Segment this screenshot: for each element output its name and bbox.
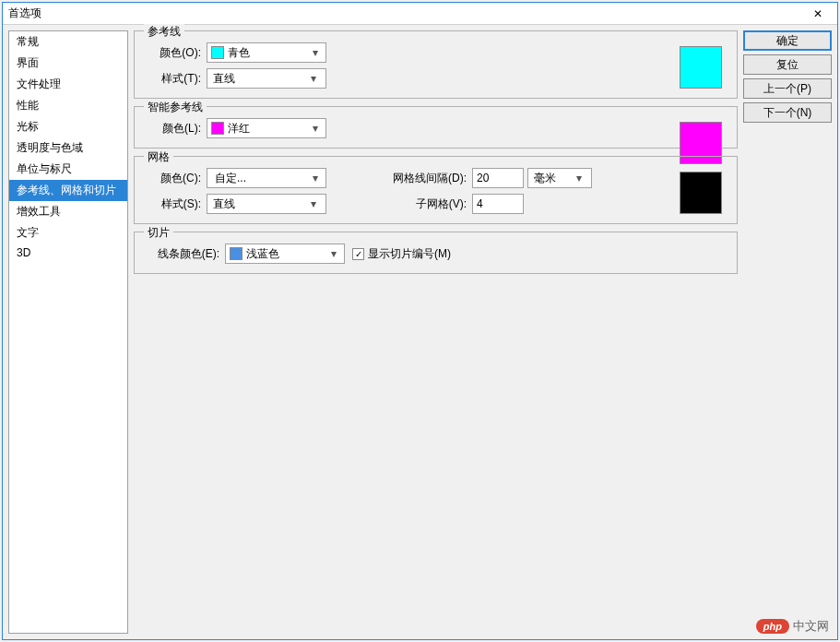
sidebar-item-cursor[interactable]: 光标 [9, 116, 127, 137]
prev-button[interactable]: 上一个(P) [743, 78, 832, 99]
smart-guides-color-value: 洋红 [228, 121, 309, 137]
smart-guides-color-label: 颜色(L): [144, 121, 207, 137]
grid-spacing-unit-select[interactable]: 毫米 ▾ [527, 168, 592, 188]
sidebar-item-performance[interactable]: 性能 [9, 95, 127, 116]
window-title: 首选项 [8, 6, 804, 21]
watermark-badge: php [756, 619, 789, 634]
ok-button[interactable]: 确定 [743, 30, 832, 51]
guides-style-select[interactable]: 直线 ▾ [207, 68, 326, 89]
slices-line-color-value: 浅蓝色 [246, 246, 327, 262]
sidebar-item-transparency[interactable]: 透明度与色域 [9, 137, 127, 159]
slices-legend: 切片 [144, 225, 173, 241]
guides-style-label: 样式(T): [144, 71, 207, 87]
slices-line-color-select[interactable]: 浅蓝色 ▾ [225, 244, 345, 264]
grid-style-select[interactable]: 直线 ▾ [207, 194, 326, 214]
chevron-down-icon: ▾ [309, 122, 322, 135]
grid-legend: 网格 [144, 149, 173, 165]
checkbox-icon: ✓ [352, 248, 364, 260]
next-button[interactable]: 下一个(N) [743, 102, 832, 123]
chevron-down-icon: ▾ [307, 72, 320, 85]
grid-style-label: 样式(S): [144, 196, 207, 212]
reset-button[interactable]: 复位 [743, 54, 832, 75]
guides-color-select[interactable]: 青色 ▾ [207, 42, 326, 63]
chevron-down-icon: ▾ [309, 172, 322, 184]
smart-guides-group: 智能参考线 颜色(L): 洋红 ▾ [134, 106, 738, 149]
grid-subdiv-input[interactable] [472, 194, 524, 214]
slices-group: 切片 线条颜色(E): 浅蓝色 ▾ ✓ 显示切片编号(M) [134, 232, 738, 274]
content-area: 常规 界面 文件处理 性能 光标 透明度与色域 单位与标尺 参考线、网格和切片 … [3, 25, 837, 639]
color-swatch-icon [230, 247, 243, 260]
chevron-down-icon: ▾ [309, 46, 322, 59]
grid-group: 网格 颜色(C): 自定... ▾ 网格线间隔(D): 毫米 [134, 156, 738, 224]
grid-color-value: 自定... [211, 171, 309, 186]
sidebar-item-guides-grid-slices[interactable]: 参考线、网格和切片 [9, 180, 127, 201]
action-buttons: 确定 复位 上一个(P) 下一个(N) [743, 30, 832, 634]
sidebar-item-plugins[interactable]: 增效工具 [9, 201, 127, 222]
sidebar-item-general[interactable]: 常规 [9, 31, 127, 53]
chevron-down-icon: ▾ [307, 197, 320, 210]
guides-legend: 参考线 [144, 24, 184, 40]
guides-style-value: 直线 [213, 71, 307, 87]
sidebar-item-interface[interactable]: 界面 [9, 53, 127, 74]
smart-guides-legend: 智能参考线 [144, 100, 207, 115]
watermark: php 中文网 [756, 618, 829, 635]
chevron-down-icon: ▾ [327, 247, 340, 260]
sidebar-item-3d[interactable]: 3D [9, 244, 127, 262]
grid-spacing-input[interactable] [472, 168, 524, 188]
grid-color-label: 颜色(C): [144, 171, 207, 186]
guides-color-label: 颜色(O): [144, 45, 207, 61]
color-swatch-icon [211, 122, 224, 135]
guides-color-preview[interactable] [680, 46, 722, 89]
preferences-window: 首选项 ✕ 常规 界面 文件处理 性能 光标 透明度与色域 单位与标尺 参考线、… [2, 2, 838, 640]
grid-subdiv-label: 子网格(V): [384, 196, 472, 212]
grid-style-value: 直线 [213, 196, 307, 212]
show-slice-numbers-label: 显示切片编号(M) [368, 246, 451, 262]
guides-color-value: 青色 [228, 45, 309, 61]
watermark-text: 中文网 [793, 618, 829, 635]
close-icon: ✕ [813, 7, 822, 20]
grid-color-select[interactable]: 自定... ▾ [207, 168, 326, 188]
category-sidebar: 常规 界面 文件处理 性能 光标 透明度与色域 单位与标尺 参考线、网格和切片 … [8, 30, 128, 634]
grid-spacing-unit-value: 毫米 [534, 171, 573, 186]
settings-panel: 参考线 颜色(O): 青色 ▾ 样式(T): 直线 ▾ [134, 30, 738, 634]
smart-guides-color-select[interactable]: 洋红 ▾ [207, 118, 326, 138]
close-button[interactable]: ✕ [804, 4, 832, 24]
grid-spacing-label: 网格线间隔(D): [384, 171, 472, 186]
sidebar-item-file-handling[interactable]: 文件处理 [9, 74, 127, 95]
chevron-down-icon: ▾ [573, 172, 586, 184]
color-swatch-icon [211, 46, 224, 59]
sidebar-item-units[interactable]: 单位与标尺 [9, 159, 127, 180]
grid-color-preview[interactable] [680, 172, 722, 214]
show-slice-numbers-checkbox[interactable]: ✓ 显示切片编号(M) [352, 246, 451, 262]
guides-group: 参考线 颜色(O): 青色 ▾ 样式(T): 直线 ▾ [134, 30, 738, 99]
sidebar-item-type[interactable]: 文字 [9, 222, 127, 244]
titlebar: 首选项 ✕ [3, 3, 837, 25]
slices-line-color-label: 线条颜色(E): [144, 246, 225, 262]
